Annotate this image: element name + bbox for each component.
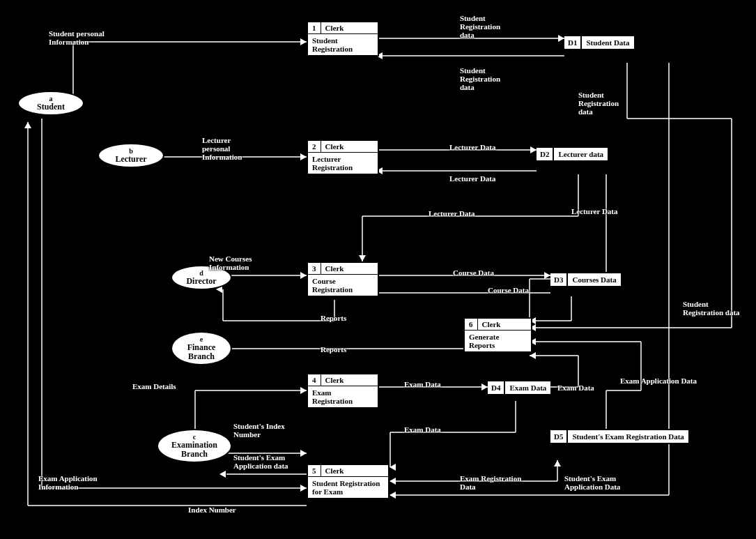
flow-label: Index Number	[188, 506, 236, 514]
process-num: 1	[308, 22, 321, 33]
flow-label: Lecturer Data	[449, 174, 496, 183]
process-name: Course Registration	[308, 275, 378, 296]
arrow-icon	[558, 35, 564, 42]
process-role: Clerk	[321, 141, 378, 152]
arrow-icon	[530, 146, 537, 153]
store-id: D5	[550, 430, 568, 443]
entity-label: Director	[173, 277, 229, 286]
store-lecturer-data: D2 Lecturer data	[537, 146, 608, 162]
dfd-canvas: a Student b Lecturer d Director e Financ…	[0, 0, 756, 539]
flow-label: Lecturer Data	[571, 207, 618, 215]
arrow-icon	[544, 272, 550, 279]
flow-label: Exam Data	[557, 384, 594, 392]
flow-label: Student Registration data	[460, 66, 516, 91]
process-name: Lecturer Registration	[308, 153, 378, 174]
flow-label: New Courses Information	[209, 255, 272, 271]
flow-label: Exam Application Data	[620, 377, 697, 385]
flow-label: Course Data	[488, 286, 529, 294]
store-id: D3	[550, 273, 568, 286]
flow-label: Exam Data	[404, 425, 441, 434]
arrow-icon	[481, 384, 488, 390]
flow-label: Exam Data	[404, 380, 441, 388]
flow-label: Exam Application Information	[38, 474, 122, 491]
process-num: 3	[308, 263, 321, 274]
store-name: Exam Data	[505, 381, 550, 394]
store-student-data: D1 Student Data	[564, 35, 634, 50]
store-id: D1	[564, 36, 582, 49]
process-role: Clerk	[321, 465, 389, 476]
entity-label: Lecturer	[100, 155, 162, 164]
process-lecturer-registration: 2Clerk Lecturer Registration	[307, 139, 379, 175]
flow-label: Student Registration data	[683, 300, 746, 317]
store-student-exam-reg: D5 Student's Exam Registration Data	[550, 429, 688, 444]
process-num: 2	[308, 141, 321, 152]
arrow-icon	[300, 153, 307, 160]
flow-label: Reports	[321, 314, 346, 322]
arrow-icon	[300, 272, 307, 279]
arrow-icon	[530, 352, 536, 359]
store-name: Student Data	[582, 36, 633, 49]
flow-label: Exam Details	[132, 382, 176, 390]
store-name: Student's Exam Registration Data	[568, 430, 688, 443]
process-student-reg-exam: 5Clerk Student Registration for Exam	[307, 464, 389, 499]
flow-label: Student personal Information	[49, 29, 118, 46]
flow-label: Lecturer personal Information	[202, 136, 258, 161]
arrow-icon	[300, 485, 307, 492]
flow-label: Student's Exam Application Data	[564, 474, 641, 491]
flow-label: Lecturer Data	[449, 143, 496, 151]
process-role: Clerk	[321, 263, 378, 274]
process-name: Generate Reports	[465, 331, 531, 351]
flow-label: Reports	[321, 345, 346, 354]
arrow-icon	[359, 255, 366, 261]
flow-label: Lecturer Data	[429, 209, 475, 218]
arrow-icon	[389, 464, 396, 471]
entity-lecturer: b Lecturer	[98, 143, 164, 168]
store-name: Courses Data	[568, 273, 620, 286]
entity-finance-branch: e Finance Branch	[171, 331, 232, 365]
process-student-registration: 1Clerk Student Registration	[307, 21, 379, 56]
flow-label: Student Registration data	[578, 91, 634, 116]
entity-label: Student	[20, 103, 82, 112]
arrow-icon	[554, 460, 561, 466]
process-role: Clerk	[321, 22, 378, 33]
arrow-icon	[219, 471, 226, 478]
process-num: 5	[308, 465, 321, 476]
entity-exam-branch: c Examination Branch	[157, 429, 232, 463]
process-role: Clerk	[321, 374, 378, 386]
process-role: Clerk	[478, 319, 532, 330]
store-name: Lecturer data	[554, 148, 608, 160]
store-id: D4	[488, 381, 505, 394]
flow-label: Exam Registration Data	[460, 474, 537, 491]
store-courses-data: D3 Courses Data	[550, 272, 621, 287]
arrow-icon	[300, 38, 307, 45]
arrow-icon	[24, 122, 31, 128]
process-name: Student Registration for Exam	[308, 477, 388, 498]
process-course-registration: 3Clerk Course Registration	[307, 261, 379, 297]
arrow-icon	[389, 478, 396, 485]
process-generate-reports: 6Clerk Generate Reports	[463, 317, 532, 353]
store-id: D2	[537, 148, 554, 160]
entity-label: Examination Branch	[160, 441, 229, 459]
process-exam-registration: 4Clerk Exam Registration	[307, 373, 379, 409]
store-exam-data: D4 Exam Data	[488, 380, 550, 395]
flow-label: Student's Index Number	[233, 422, 296, 439]
arrow-icon	[300, 387, 307, 394]
entity-label: Finance Branch	[173, 343, 229, 361]
entity-student: a Student	[17, 91, 84, 116]
flow-label: Student's Exam Application data	[233, 453, 303, 470]
process-num: 6	[465, 319, 478, 330]
flow-label: Course Data	[453, 268, 494, 277]
process-num: 4	[308, 374, 321, 386]
process-name: Student Registration	[308, 34, 378, 55]
process-name: Exam Registration	[308, 386, 378, 407]
flow-label: Student Registration data	[460, 14, 516, 39]
arrow-icon	[389, 492, 396, 499]
